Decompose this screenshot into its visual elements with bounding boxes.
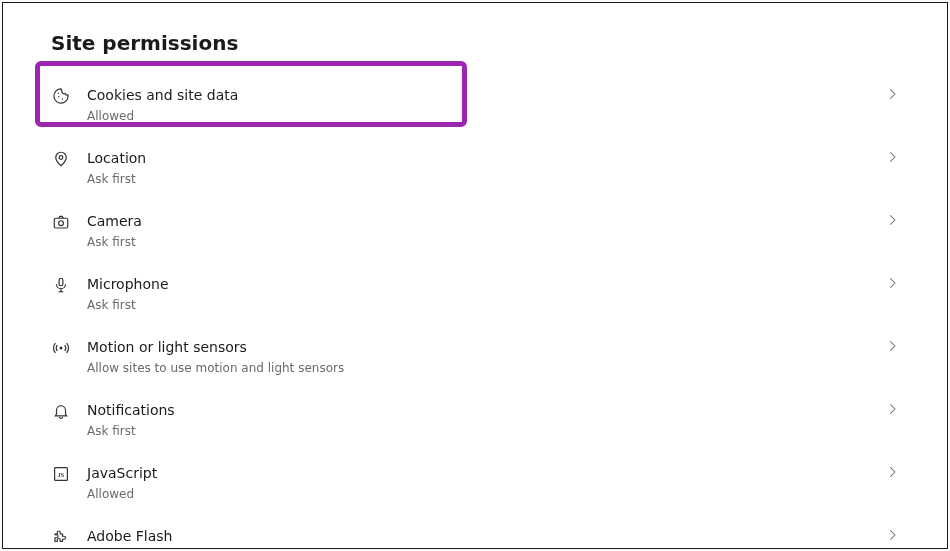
- row-javascript[interactable]: JS JavaScript Allowed: [3, 451, 947, 514]
- row-sub: Ask first: [87, 423, 885, 439]
- row-label: Camera: [87, 211, 885, 231]
- row-label: Microphone: [87, 274, 885, 294]
- svg-point-0: [58, 96, 59, 97]
- row-microphone[interactable]: Microphone Ask first: [3, 262, 947, 325]
- row-sub: Ask first: [87, 171, 885, 187]
- chevron-right-icon: [885, 87, 899, 101]
- cookie-icon: [51, 86, 71, 106]
- chevron-right-icon: [885, 402, 899, 416]
- svg-point-2: [58, 93, 59, 94]
- chevron-right-icon: [885, 528, 899, 542]
- permissions-list: Cookies and site data Allowed Location A…: [3, 73, 947, 551]
- row-flash[interactable]: Adobe Flash Always block Flash (recommen…: [3, 514, 947, 551]
- svg-point-5: [59, 221, 64, 226]
- row-cookies[interactable]: Cookies and site data Allowed: [3, 73, 947, 136]
- row-sub: Ask first: [87, 297, 885, 313]
- camera-icon: [51, 212, 71, 232]
- svg-point-1: [62, 98, 63, 99]
- svg-point-3: [59, 156, 63, 160]
- microphone-icon: [51, 275, 71, 295]
- motion-sensor-icon: [51, 338, 71, 358]
- puzzle-icon: [51, 527, 71, 547]
- row-sub: Allowed: [87, 108, 885, 124]
- row-sub: Ask first: [87, 234, 885, 250]
- row-notifications[interactable]: Notifications Ask first: [3, 388, 947, 451]
- row-label: Cookies and site data: [87, 85, 885, 105]
- chevron-right-icon: [885, 276, 899, 290]
- row-label: Adobe Flash: [87, 526, 885, 546]
- svg-text:JS: JS: [58, 472, 65, 478]
- row-label: Notifications: [87, 400, 885, 420]
- chevron-right-icon: [885, 339, 899, 353]
- row-motion[interactable]: Motion or light sensors Allow sites to u…: [3, 325, 947, 388]
- chevron-right-icon: [885, 150, 899, 164]
- row-label: JavaScript: [87, 463, 885, 483]
- location-icon: [51, 149, 71, 169]
- row-label: Motion or light sensors: [87, 337, 885, 357]
- row-sub: Allowed: [87, 486, 885, 502]
- chevron-right-icon: [885, 465, 899, 479]
- row-camera[interactable]: Camera Ask first: [3, 199, 947, 262]
- page-title: Site permissions: [51, 31, 947, 55]
- chevron-right-icon: [885, 213, 899, 227]
- svg-point-9: [60, 347, 63, 350]
- bell-icon: [51, 401, 71, 421]
- row-sub: Allow sites to use motion and light sens…: [87, 360, 885, 376]
- row-location[interactable]: Location Ask first: [3, 136, 947, 199]
- row-label: Location: [87, 148, 885, 168]
- javascript-icon: JS: [51, 464, 71, 484]
- svg-rect-4: [54, 218, 68, 228]
- svg-rect-6: [59, 278, 63, 286]
